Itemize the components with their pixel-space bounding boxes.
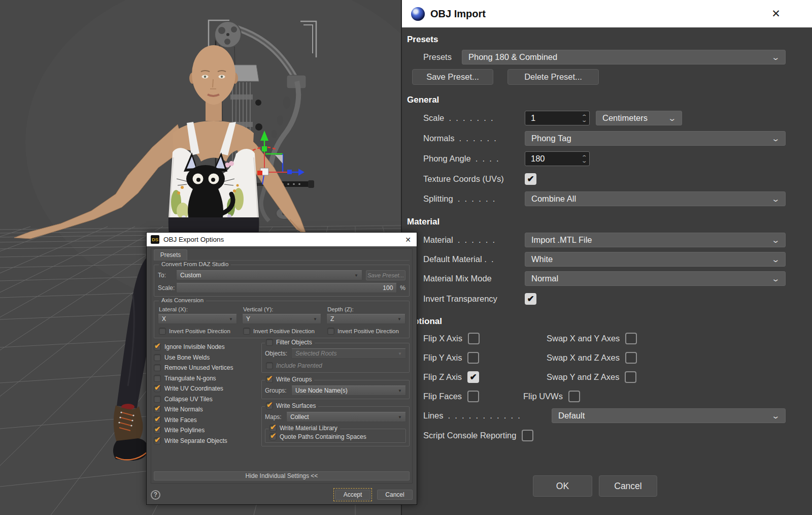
scale-label: Scale . . . . . . .	[423, 113, 525, 123]
tab-presets[interactable]: Presets	[154, 249, 187, 260]
include-parented-checkbox[interactable]: ✔	[266, 362, 273, 369]
to-select[interactable]: Custom ▼	[176, 270, 362, 280]
ok-button[interactable]: OK	[533, 475, 592, 497]
flip-z-axis-checkbox[interactable]: ✔	[467, 371, 479, 383]
flip-y-axis-checkbox[interactable]	[467, 352, 479, 364]
export-scale-label: Scale:	[158, 284, 176, 292]
export-save-preset-button[interactable]: Save Preset...	[366, 270, 405, 280]
dropdown-arrow-icon: ▼	[398, 351, 402, 356]
swap-yz-axes-label: Swap Y and Z Axes	[547, 372, 619, 382]
chevron-down-icon: ⌄	[771, 135, 781, 142]
maps-select[interactable]: Collect ▼	[286, 412, 406, 422]
help-button[interactable]: ?	[151, 490, 160, 500]
default-material-select[interactable]: White ⌄	[525, 252, 786, 267]
flip-x-axis-checkbox[interactable]	[468, 333, 480, 344]
import-dialog-title: OBJ Import	[430, 8, 486, 20]
swap-xy-axes-checkbox[interactable]	[625, 333, 637, 344]
groups-select[interactable]: Use Node Name(s) ▼	[291, 385, 406, 396]
filter-objects-group: ✔ Filter Objects Objects: Selected Roots…	[261, 343, 410, 373]
write-surfaces-group: ✔ Write Surfaces Maps: Collect ▼	[261, 406, 410, 446]
vertical-y-label: Vertical (Y):	[243, 306, 321, 312]
cancel-button[interactable]: Cancel	[599, 475, 657, 497]
hide-individual-settings-button[interactable]: Hide Individual Settings <<	[154, 471, 410, 480]
script-console-reporting-checkbox[interactable]	[522, 430, 533, 441]
import-dialog-titlebar[interactable]: OBJ Import ✕	[402, 0, 812, 27]
lines-select[interactable]: Default ⌄	[552, 408, 786, 423]
swap-xz-axes-label: Swap X and Z Axes	[547, 353, 620, 363]
to-label: To:	[158, 272, 176, 279]
export-tabstrip: Presets	[154, 249, 410, 261]
dropdown-arrow-icon: ▼	[398, 415, 402, 420]
export-dialog-titlebar[interactable]: DS OBJ Export Options ✕	[147, 233, 417, 246]
material-label: Material . . . . . .	[423, 235, 525, 245]
dropdown-arrow-icon: ▼	[398, 389, 402, 393]
material-mix-mode-label: Material Mix Mode	[423, 274, 525, 283]
cinema4d-logo-icon	[411, 7, 425, 21]
triangulate-ngons-checkbox[interactable]: ✔	[154, 375, 161, 382]
delete-preset-button[interactable]: Delete Preset...	[507, 69, 599, 85]
collapse-uv-tiles-checkbox[interactable]: ✔	[154, 396, 161, 403]
save-preset-button[interactable]: Save Preset...	[412, 69, 493, 85]
spinner-icons[interactable]: ⌃ ⌄	[582, 155, 586, 163]
splitting-select[interactable]: Combine All ⌄	[525, 191, 786, 206]
write-normals-checkbox[interactable]: ✔	[154, 406, 161, 413]
material-select[interactable]: Import .MTL File ⌄	[525, 233, 786, 247]
flip-faces-checkbox[interactable]	[467, 391, 479, 402]
depth-z-label: Depth (Z):	[327, 306, 405, 312]
chevron-down-icon: ⌄	[771, 275, 781, 282]
swap-xz-axes-checkbox[interactable]	[625, 352, 637, 364]
objects-select[interactable]: Selected Roots ▼	[291, 348, 406, 359]
phong-angle-input[interactable]: 180 ⌃ ⌄	[525, 151, 590, 166]
remove-unused-vertices-checkbox[interactable]: ✔	[154, 364, 161, 371]
vertical-y-select[interactable]: Y ▼	[242, 314, 321, 324]
scale-input[interactable]: 1 ⌃ ⌄	[525, 111, 590, 125]
export-cancel-button[interactable]: Cancel	[377, 490, 413, 500]
convert-group: Convert From DAZ Studio To: Custom ▼ Sav…	[154, 265, 410, 297]
presets-section-header: Presets	[407, 35, 812, 45]
lines-label: Lines . . . . . . . . . . .	[423, 411, 552, 421]
filter-objects-checkbox[interactable]: ✔	[266, 339, 273, 346]
use-bone-welds-checkbox[interactable]: ✔	[154, 354, 161, 361]
flip-faces-label: Flip Faces	[423, 392, 462, 401]
close-icon[interactable]: ✕	[768, 8, 784, 20]
scale-percent-label: %	[400, 284, 405, 292]
export-scale-field[interactable]: 100	[176, 283, 397, 293]
presets-label: Presets	[423, 52, 462, 62]
invert-transparency-checkbox[interactable]: ✔	[525, 293, 536, 305]
depth-z-select[interactable]: Z ▼	[326, 314, 405, 324]
write-material-library-checkbox[interactable]: ✔	[269, 425, 277, 432]
invert-positive-direction-z-checkbox[interactable]: ✔	[327, 328, 334, 335]
phong-angle-label: Phong Angle . . . .	[423, 154, 525, 164]
flip-x-axis-label: Flip X Axis	[423, 334, 462, 343]
lateral-x-select[interactable]: X ▼	[158, 314, 237, 324]
chevron-down-icon: ⌄	[771, 53, 781, 61]
write-surfaces-checkbox[interactable]: ✔	[266, 402, 273, 409]
lateral-x-label: Lateral (X):	[159, 306, 237, 312]
quote-paths-checkbox[interactable]: ✔	[269, 433, 277, 440]
write-groups-checkbox[interactable]: ✔	[266, 376, 273, 383]
write-faces-checkbox[interactable]: ✔	[154, 416, 161, 424]
spinner-icons[interactable]: ⌃ ⌄	[582, 115, 586, 122]
scale-units-select[interactable]: Centimeters ⌄	[596, 111, 682, 125]
flip-uvws-checkbox[interactable]	[568, 391, 580, 402]
optional-section-header: Optional	[407, 316, 812, 327]
texture-coords-checkbox[interactable]: ✔	[525, 173, 536, 185]
script-console-reporting-label: Script Console Reporting	[423, 431, 516, 440]
ignore-invisible-nodes-checkbox[interactable]: ✔	[154, 343, 161, 350]
daz-studio-logo-icon: DS	[151, 235, 159, 244]
write-uv-coordinates-checkbox[interactable]: ✔	[154, 385, 161, 392]
write-separate-objects-checkbox[interactable]: ✔	[154, 437, 161, 444]
axis-conversion-group: Axis Conversion Lateral (X): X ▼ ✔ Inver…	[154, 301, 410, 338]
accept-button[interactable]: Accept	[335, 490, 370, 500]
invert-positive-direction-x-checkbox[interactable]: ✔	[159, 328, 166, 335]
application-window: OBJ Import ✕ Presets Presets Phong 180 &…	[0, 0, 812, 515]
normals-select[interactable]: Phong Tag ⌄	[525, 131, 786, 146]
default-material-label: Default Material . .	[423, 254, 525, 264]
presets-select[interactable]: Phong 180 & Combined ⌄	[462, 50, 786, 65]
invert-transparency-label: Invert Transparency	[423, 294, 525, 304]
invert-positive-direction-y-checkbox[interactable]: ✔	[243, 328, 250, 335]
write-polylines-checkbox[interactable]: ✔	[154, 427, 161, 434]
swap-yz-axes-checkbox[interactable]	[625, 371, 636, 383]
material-mix-mode-select[interactable]: Normal ⌄	[525, 271, 786, 286]
close-icon[interactable]: ✕	[403, 236, 413, 244]
